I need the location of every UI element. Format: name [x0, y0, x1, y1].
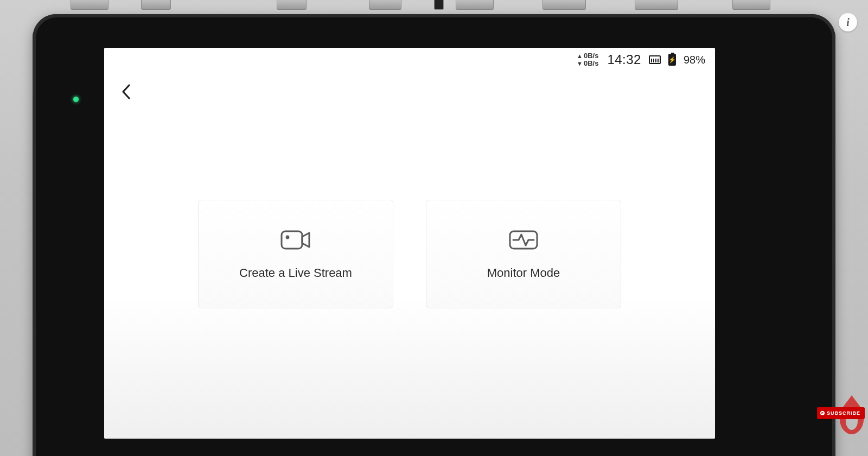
svg-rect-0 [282, 231, 302, 249]
status-led [73, 97, 79, 102]
play-circle-icon [820, 411, 825, 415]
status-bar: ▲0B/s ▼0B/s 14:32 ⚡ 98% [104, 48, 715, 72]
device-bezel: ▲0B/s ▼0B/s 14:32 ⚡ 98% [33, 14, 835, 456]
hinge-piece [434, 0, 444, 10]
nav-bar [104, 72, 715, 112]
monitor-mode-card[interactable]: Monitor Mode [426, 200, 621, 308]
hinge-piece [456, 0, 494, 10]
hinge-piece [635, 0, 678, 10]
svg-point-1 [286, 236, 290, 239]
hinge-piece [277, 0, 307, 10]
network-traffic: ▲0B/s ▼0B/s [577, 52, 598, 67]
mode-options: Create a Live Stream Monitor Mode [104, 200, 715, 308]
net-up-value: 0B/s [584, 52, 598, 60]
clock: 14:32 [607, 52, 641, 67]
battery-percentage: 98% [684, 54, 705, 66]
hinge-piece [542, 0, 586, 10]
battery-charging-icon: ⚡ [668, 54, 676, 66]
net-down-value: 0B/s [584, 60, 598, 67]
subscribe-label: SUBSCRIBE [827, 410, 860, 416]
monitor-mode-label: Monitor Mode [487, 266, 560, 280]
photo-backdrop: i ▲0B/s ▼0B/s 14:32 ⚡ 98% [0, 0, 868, 456]
hinge-piece [71, 0, 108, 10]
create-live-stream-label: Create a Live Stream [239, 266, 352, 280]
arrow-up-icon: ▲ [577, 52, 583, 60]
monitor-waveform-icon [508, 228, 539, 252]
chevron-left-icon [121, 84, 132, 100]
hinge-piece [369, 0, 401, 10]
subscribe-button[interactable]: SUBSCRIBE [817, 407, 865, 419]
info-badge[interactable]: i [839, 13, 857, 31]
device-screen: ▲0B/s ▼0B/s 14:32 ⚡ 98% [104, 48, 715, 439]
hinge-piece [141, 0, 171, 10]
sim-icon [649, 55, 661, 64]
back-button[interactable] [116, 81, 137, 102]
arrow-down-icon: ▼ [577, 60, 583, 67]
hinge-piece [732, 0, 770, 10]
create-live-stream-card[interactable]: Create a Live Stream [198, 200, 393, 308]
video-camera-icon [280, 228, 311, 252]
